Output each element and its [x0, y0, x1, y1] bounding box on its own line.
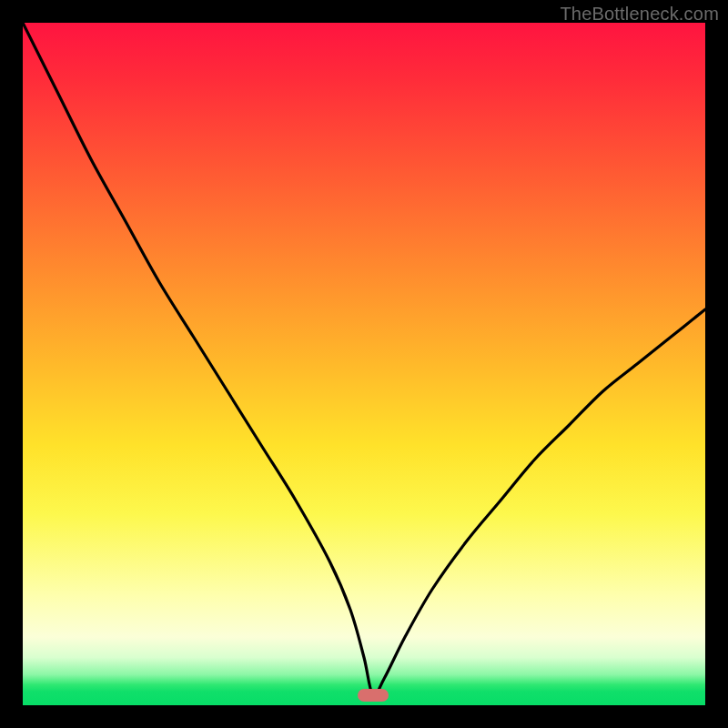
optimal-marker — [358, 689, 389, 702]
watermark-text: TheBottleneck.com — [560, 4, 719, 25]
plot-area — [23, 23, 705, 705]
bottleneck-curve — [23, 23, 705, 705]
chart-frame: TheBottleneck.com — [0, 0, 728, 728]
